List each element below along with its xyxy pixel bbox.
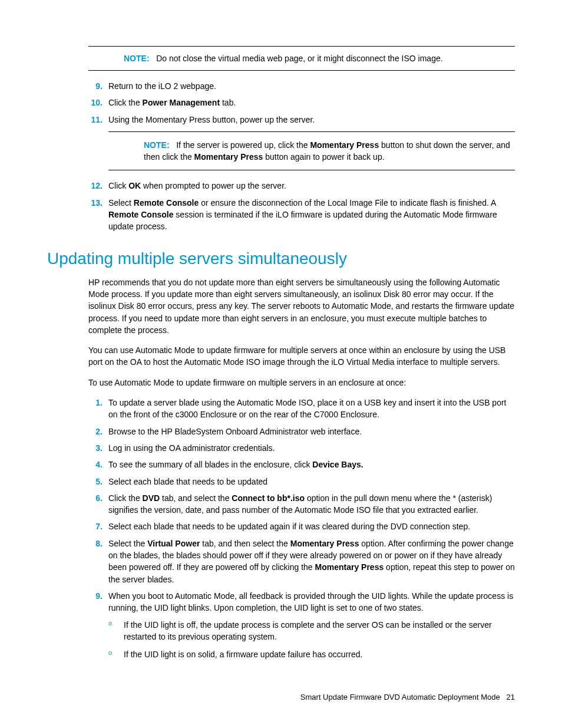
note-box-1: NOTE: Do not close the virtual media web…	[88, 46, 515, 71]
steps-list-a: 9. Return to the iLO 2 webpage. 10. Clic…	[88, 80, 515, 233]
step-c7: 7. Select each blade that needs to be up…	[88, 521, 515, 532]
step-text: Select Remote Console or ensure the disc…	[108, 198, 497, 232]
bold-text: Momentary Press	[310, 140, 379, 150]
sublist: o If the UID light is off, the update pr…	[108, 619, 515, 661]
step-c8: 8. Select the Virtual Power tab, and the…	[88, 538, 515, 585]
paragraph-3: To use Automatic Mode to update firmware…	[88, 377, 515, 388]
note-text: Do not close the virtual media web page,…	[156, 54, 442, 63]
bold-text: DVD	[143, 493, 160, 503]
sublist-text: If the UID light is off, the update proc…	[124, 620, 492, 641]
step-c1: 1. To update a server blade using the Au…	[88, 397, 515, 421]
bold-text: Connect to bb*.iso	[232, 493, 305, 503]
note-label: NOTE:	[124, 54, 150, 63]
text: Click the	[108, 98, 143, 107]
text: Select the	[108, 539, 147, 548]
step-text: To update a server blade using the Autom…	[108, 398, 507, 419]
step-number: 6.	[88, 492, 103, 504]
step-number: 9.	[88, 590, 103, 602]
bold-text: Momentary Press	[315, 562, 384, 572]
step-text: Using the Momentary Press button, power …	[108, 115, 315, 124]
document-page: NOTE: Do not close the virtual media web…	[0, 0, 562, 728]
step-11: 11. Using the Momentary Press button, po…	[88, 114, 515, 171]
step-number: 12.	[88, 180, 103, 192]
step-text: Return to the iLO 2 webpage.	[108, 81, 216, 91]
step-text: When you boot to Automatic Mode, all fee…	[108, 591, 513, 612]
step-c6: 6. Click the DVD tab, and select the Con…	[88, 492, 515, 516]
step-number: 4.	[88, 459, 103, 470]
step-text: Select the Virtual Power tab, and then s…	[108, 539, 515, 584]
text: button again to power it back up.	[263, 152, 384, 162]
step-number: 8.	[88, 538, 103, 549]
sublist-item-b: o If the UID light is on solid, a firmwa…	[108, 648, 515, 660]
step-c9: 9. When you boot to Automatic Mode, all …	[88, 590, 515, 660]
sublist-text: If the UID light is on solid, a firmware…	[124, 650, 362, 659]
bold-text: Remote Console	[134, 198, 199, 207]
text: If the server is powered up, click the	[176, 140, 310, 150]
content-area: NOTE: Do not close the virtual media web…	[88, 46, 515, 660]
step-text: Select each blade that needs to be updat…	[108, 522, 470, 531]
bold-text: Momentary Press	[290, 539, 359, 548]
bold-text: Virtual Power	[147, 539, 200, 548]
step-c5: 5. Select each blade that needs to be up…	[88, 476, 515, 487]
text: tab, and select the	[160, 493, 232, 503]
step-text: Select each blade that needs to be updat…	[108, 477, 267, 486]
bold-text: Momentary Press	[194, 152, 263, 162]
note-text: If the server is powered up, click the M…	[144, 140, 510, 162]
section-heading: Updating multiple servers simultaneously	[47, 249, 515, 268]
steps-list-c: 1. To update a server blade using the Au…	[88, 397, 515, 660]
bold-text: Device Bays.	[312, 460, 363, 469]
step-number: 9.	[88, 80, 103, 92]
step-number: 10.	[88, 97, 103, 108]
text: tab, and then select the	[200, 539, 290, 548]
step-text: Click the DVD tab, and select the Connec…	[108, 493, 492, 515]
step-text: Browse to the HP BladeSystem Onboard Adm…	[108, 427, 362, 436]
step-c4: 4. To see the summary of all blades in t…	[88, 459, 515, 470]
step-10: 10. Click the Power Management tab.	[88, 97, 515, 108]
page-number: 21	[507, 693, 515, 701]
step-number: 3.	[88, 442, 103, 454]
step-number: 2.	[88, 426, 103, 437]
step-number: 7.	[88, 521, 103, 532]
step-text: Log in using the OA administrator creden…	[108, 443, 275, 453]
step-number: 11.	[88, 114, 103, 126]
text: tab.	[220, 98, 236, 107]
step-13: 13. Select Remote Console or ensure the …	[88, 197, 515, 233]
text: when prompted to power up the server.	[141, 181, 286, 190]
bold-text: Power Management	[143, 98, 220, 107]
step-text: Click OK when prompted to power up the s…	[108, 181, 286, 190]
step-text: To see the summary of all blades in the …	[108, 460, 363, 469]
footer-title: Smart Update Firmware DVD Automatic Depl…	[300, 693, 500, 701]
bullet-icon: o	[108, 648, 112, 658]
text: or ensure the disconnection of the Local…	[199, 198, 495, 207]
bullet-icon: o	[108, 619, 112, 628]
text: Select	[108, 198, 134, 207]
step-number: 13.	[88, 197, 103, 209]
step-number: 5.	[88, 476, 103, 487]
page-footer: Smart Update Firmware DVD Automatic Depl…	[300, 693, 515, 701]
text: Click	[108, 181, 128, 190]
step-c2: 2. Browse to the HP BladeSystem Onboard …	[88, 426, 515, 437]
bold-text: OK	[128, 181, 141, 190]
note-box-2: NOTE: If the server is powered up, click…	[108, 131, 515, 171]
paragraph-2: You can use Automatic Mode to update fir…	[88, 344, 515, 368]
sublist-item-a: o If the UID light is off, the update pr…	[108, 619, 515, 643]
step-text: Click the Power Management tab.	[108, 98, 236, 107]
step-9: 9. Return to the iLO 2 webpage.	[88, 80, 515, 92]
text: To see the summary of all blades in the …	[108, 460, 312, 469]
step-number: 1.	[88, 397, 103, 409]
step-12: 12. Click OK when prompted to power up t…	[88, 180, 515, 192]
text: Click the	[108, 493, 143, 503]
note-label: NOTE:	[144, 140, 170, 150]
bold-text: Remote Console	[108, 210, 173, 219]
paragraph-1: HP recommends that you do not update mor…	[88, 276, 515, 336]
step-c3: 3. Log in using the OA administrator cre…	[88, 442, 515, 454]
